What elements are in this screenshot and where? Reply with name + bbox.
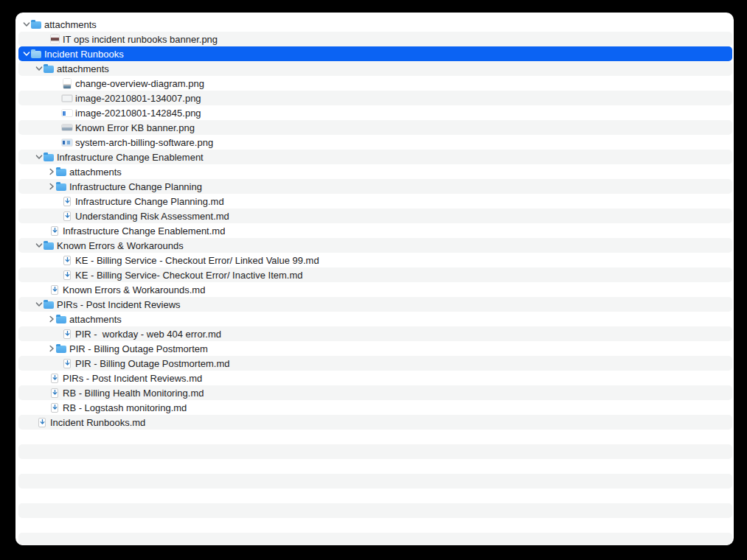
tree-row[interactable]: image-20210801-142845.png: [18, 105, 732, 120]
chevron-down-icon[interactable]: [35, 153, 44, 161]
folder-icon: [56, 181, 66, 192]
empty-row: [18, 503, 732, 518]
row-label: Infrastructure Change Enablement: [57, 152, 204, 163]
empty-row: [18, 459, 732, 474]
markdown-file-icon: [62, 328, 72, 340]
chevron-down-icon[interactable]: [35, 300, 44, 309]
chevron-down-icon[interactable]: [35, 241, 44, 250]
markdown-file-icon: [62, 254, 72, 266]
tree-row[interactable]: Infrastructure Change Enablement: [18, 150, 732, 164]
tree-row[interactable]: RB - Billing Health Monitoring.md: [18, 385, 732, 400]
chevron-down-icon[interactable]: [35, 64, 44, 73]
tree-row[interactable]: system-arch-billing-software.png: [18, 135, 732, 150]
image-thumbnail-icon: [49, 33, 60, 45]
finder-window: attachmentsIT ops incident runbooks bann…: [15, 13, 734, 545]
markdown-file-icon: [62, 269, 72, 281]
tree-row[interactable]: attachments: [18, 61, 732, 76]
tree-row[interactable]: Known Errors & Workarounds: [18, 238, 732, 253]
tree-row[interactable]: Incident Runbooks.md: [18, 415, 732, 430]
image-thumbnail-icon: [62, 92, 72, 104]
empty-row: [18, 444, 732, 459]
image-thumbnail-icon: [62, 77, 72, 89]
folder-icon: [44, 239, 54, 251]
markdown-file-icon: [62, 357, 72, 369]
markdown-file-icon: [49, 402, 60, 413]
tree-row[interactable]: IT ops incident runbooks banner.png: [18, 32, 732, 46]
markdown-file-icon: [49, 225, 60, 237]
row-label: Infrastructure Change Planning.md: [75, 196, 224, 207]
tree-row[interactable]: Incident Runbooks: [18, 46, 732, 61]
row-label: change-overview-diagram.png: [75, 78, 204, 89]
folder-icon: [31, 48, 41, 60]
row-label: RB - Logstash monitoring.md: [63, 402, 187, 413]
tree-row[interactable]: Infrastructure Change Enablement.md: [18, 223, 732, 238]
image-thumbnail-icon: [62, 107, 72, 119]
row-label: Known Errors & Workarounds: [57, 240, 184, 251]
row-label: Known Error KB banner.png: [75, 122, 195, 133]
folder-icon: [56, 166, 66, 178]
tree-row[interactable]: attachments: [18, 17, 732, 32]
desktop-background: { "colors": { "accent": "#0b63f3", "stri…: [0, 0, 747, 560]
row-label: PIRs - Post Incident Reviews.md: [63, 373, 202, 384]
row-label: PIRs - Post Incident Reviews: [57, 299, 181, 310]
row-label: system-arch-billing-software.png: [75, 137, 213, 148]
tree-row[interactable]: Known Error KB banner.png: [18, 120, 732, 135]
tree-row[interactable]: Infrastructure Change Planning.md: [18, 194, 732, 209]
empty-row: [18, 489, 732, 503]
row-label: PIR - workday - web 404 error.md: [75, 329, 221, 340]
markdown-file-icon: [49, 372, 60, 384]
row-label: Incident Runbooks: [44, 49, 124, 60]
row-label: Understanding Risk Assessment.md: [75, 211, 229, 222]
chevron-right-icon[interactable]: [47, 167, 56, 176]
markdown-file-icon: [37, 416, 47, 428]
folder-icon: [31, 18, 41, 30]
folder-icon: [44, 151, 54, 163]
image-thumbnail-icon: [62, 136, 72, 148]
tree-row[interactable]: KE - Billing Service - Checkout Error/ L…: [18, 253, 732, 267]
markdown-file-icon: [49, 284, 60, 295]
tree-row[interactable]: image-20210801-134007.png: [18, 91, 732, 105]
empty-row: [18, 518, 732, 533]
row-label: attachments: [69, 167, 122, 178]
folder-icon: [56, 343, 66, 354]
row-label: KE - Billing Service - Checkout Error/ L…: [75, 255, 319, 266]
tree-row[interactable]: KE - Billing Service- Checkout Error/ In…: [18, 267, 732, 282]
tree-row[interactable]: Known Errors & Workarounds.md: [18, 282, 732, 297]
chevron-down-icon[interactable]: [22, 20, 31, 29]
folder-icon: [56, 313, 66, 325]
empty-row: [18, 430, 732, 444]
tree-row[interactable]: change-overview-diagram.png: [18, 76, 732, 91]
image-thumbnail-icon: [62, 122, 72, 133]
row-label: Incident Runbooks.md: [50, 417, 145, 428]
tree-row[interactable]: Understanding Risk Assessment.md: [18, 209, 732, 223]
empty-row: [18, 533, 732, 545]
row-label: attachments: [44, 19, 97, 30]
row-label: IT ops incident runbooks banner.png: [63, 34, 218, 45]
row-label: image-20210801-134007.png: [75, 93, 201, 104]
markdown-file-icon: [62, 210, 72, 222]
row-label: attachments: [69, 314, 122, 325]
row-label: image-20210801-142845.png: [75, 108, 201, 119]
tree-row[interactable]: attachments: [18, 312, 732, 326]
row-label: PIR - Billing Outage Postmortem: [69, 343, 208, 354]
tree-row[interactable]: PIRs - Post Incident Reviews: [18, 297, 732, 312]
tree-row[interactable]: PIR - Billing Outage Postmortem.md: [18, 356, 732, 371]
tree-row[interactable]: PIR - workday - web 404 error.md: [18, 326, 732, 341]
chevron-right-icon[interactable]: [47, 315, 56, 323]
row-label: RB - Billing Health Monitoring.md: [63, 388, 204, 399]
markdown-file-icon: [62, 195, 72, 207]
row-label: Known Errors & Workarounds.md: [63, 284, 205, 295]
chevron-right-icon[interactable]: [47, 182, 56, 191]
tree-row[interactable]: RB - Logstash monitoring.md: [18, 400, 732, 415]
tree-row[interactable]: PIR - Billing Outage Postmortem: [18, 341, 732, 356]
markdown-file-icon: [49, 387, 60, 399]
tree-row[interactable]: attachments: [18, 164, 732, 179]
chevron-down-icon[interactable]: [22, 49, 31, 58]
empty-row: [18, 474, 732, 489]
folder-icon: [44, 298, 54, 310]
row-label: Infrastructure Change Enablement.md: [63, 225, 225, 237]
row-label: PIR - Billing Outage Postmortem.md: [75, 358, 230, 369]
chevron-right-icon[interactable]: [47, 344, 56, 353]
tree-row[interactable]: PIRs - Post Incident Reviews.md: [18, 371, 732, 385]
tree-row[interactable]: Infrastructure Change Planning: [18, 179, 732, 194]
